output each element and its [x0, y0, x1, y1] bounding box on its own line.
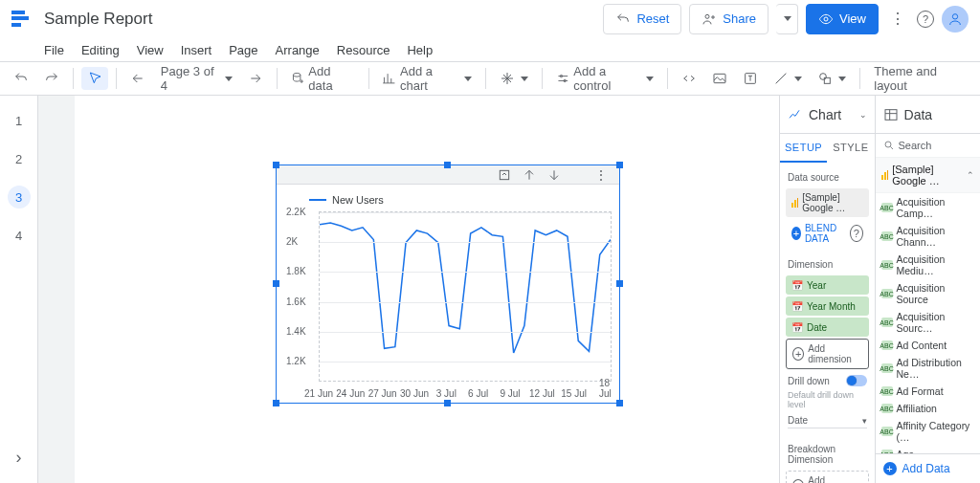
y-tick-label: 1.2K	[286, 356, 306, 366]
field-item[interactable]: ABCAcquisition Chann…	[876, 222, 980, 251]
resize-handle[interactable]	[444, 162, 451, 168]
x-tick-label: 6 Jul	[468, 388, 488, 399]
page-thumb[interactable]: 4	[8, 224, 31, 247]
shape-button[interactable]	[812, 67, 852, 90]
menu-file[interactable]: File	[44, 43, 64, 57]
drill-down-row: Drill down	[780, 371, 875, 390]
add-control-button[interactable]: Add a control	[550, 60, 660, 97]
sparkle-icon	[500, 71, 515, 86]
page-thumb[interactable]: 2	[8, 147, 31, 170]
dimension-pill[interactable]: 📅Year Month	[786, 296, 869, 316]
add-dimension-button[interactable]: +Add dimension	[786, 339, 869, 369]
slider-icon	[556, 71, 570, 86]
field-item[interactable]: ABCAd Format	[876, 383, 980, 400]
text-button[interactable]	[737, 67, 764, 90]
svg-point-15	[885, 142, 891, 147]
data-source-header[interactable]: [Sample] Google … ⌃	[876, 158, 980, 193]
dimension-pill[interactable]: 📅Year	[786, 275, 869, 295]
doc-title[interactable]: Sample Report	[44, 10, 152, 29]
page-thumb[interactable]: 3	[8, 186, 31, 209]
page-thumb[interactable]: 1	[8, 109, 31, 132]
redo-button[interactable]	[38, 67, 65, 90]
field-item[interactable]: ABCAcquisition Mediu…	[876, 251, 980, 279]
y-tick-label: 1.4K	[286, 325, 306, 336]
redo-icon	[44, 71, 59, 86]
chevron-down-icon: ⌄	[859, 110, 867, 120]
menu-page[interactable]: Page	[229, 43, 257, 57]
menu-arrange[interactable]: Arrange	[276, 43, 320, 57]
help-icon[interactable]: ?	[917, 11, 934, 28]
expand-rail-button[interactable]: ›	[16, 448, 22, 468]
menu-view[interactable]: View	[137, 43, 164, 57]
share-button[interactable]: Share	[689, 4, 768, 34]
shapes-icon	[817, 71, 833, 86]
caret-down-icon	[784, 16, 791, 21]
select-tool[interactable]	[81, 67, 108, 90]
drill-up-icon[interactable]	[522, 167, 537, 183]
add-breakdown-button[interactable]: +Add dimension	[786, 471, 869, 483]
field-item[interactable]: ABCAcquisition Source	[876, 279, 980, 308]
analytics-icon	[881, 170, 889, 180]
menu-resource[interactable]: Resource	[337, 43, 390, 57]
reset-button[interactable]: Reset	[603, 4, 681, 34]
chart-type-selector[interactable]: Chart ⌄	[780, 96, 875, 134]
menu-editing[interactable]: Editing	[81, 43, 120, 57]
add-data-button[interactable]: + Add Data	[876, 453, 980, 483]
field-item[interactable]: ABCAd Distribution Ne…	[876, 354, 980, 383]
reset-drill-icon[interactable]	[497, 167, 512, 183]
field-type-badge: ABC	[881, 318, 893, 327]
data-source-pill[interactable]: [Sample] Google …	[786, 188, 869, 217]
field-item[interactable]: ABCAcquisition Camp…	[876, 193, 980, 222]
x-tick-label: 12 Jul	[529, 388, 555, 399]
field-type-badge: ABC	[881, 203, 893, 212]
menu-insert[interactable]: Insert	[181, 43, 212, 57]
share-dropdown[interactable]	[776, 4, 798, 34]
prev-page-button[interactable]	[124, 67, 151, 90]
add-data-button[interactable]: Add data	[285, 60, 361, 97]
blend-data-button[interactable]: + BLEND DATA ?	[786, 219, 869, 248]
account-avatar[interactable]	[942, 6, 969, 33]
tab-style[interactable]: STYLE	[827, 134, 874, 163]
field-item[interactable]: ABCAffinity Category (…	[876, 417, 980, 446]
next-page-button[interactable]	[242, 67, 269, 90]
drill-down-toggle[interactable]	[846, 375, 867, 386]
product-logo	[11, 10, 31, 29]
canvas[interactable]: ⋮ New Users 1.2K1.4K1.6K1.8K2K2.2K21 Jun…	[38, 96, 779, 483]
report-page[interactable]: ⋮ New Users 1.2K1.4K1.6K1.8K2K2.2K21 Jun…	[75, 96, 779, 483]
drill-down-icon[interactable]	[546, 167, 562, 183]
field-item[interactable]: ABCAcquisition Sourc…	[876, 308, 980, 337]
collapse-icon[interactable]: ⌃	[967, 170, 974, 180]
field-item[interactable]: ABCAd Content	[876, 337, 980, 354]
dimension-pill[interactable]: 📅Date	[786, 318, 869, 337]
chart-more-icon[interactable]: ⋮	[590, 164, 612, 187]
undo-button[interactable]	[8, 67, 34, 90]
tab-setup[interactable]: SETUP	[780, 134, 827, 163]
line-icon	[773, 71, 789, 86]
add-chart-button[interactable]: Add a chart	[376, 60, 477, 97]
drill-level-select[interactable]: Date▾	[788, 413, 867, 428]
caret-down-icon	[838, 77, 846, 81]
page-indicator[interactable]: Page 3 of 4	[155, 60, 238, 97]
data-panel-header: Data	[876, 96, 980, 134]
menu-help[interactable]: Help	[407, 43, 433, 57]
resize-handle[interactable]	[273, 162, 279, 168]
more-options-icon[interactable]: ⋮	[886, 6, 909, 32]
svg-rect-12	[794, 200, 796, 208]
line-button[interactable]	[768, 67, 808, 90]
plus-icon: +	[883, 462, 897, 475]
community-viz-button[interactable]	[494, 67, 534, 90]
view-button[interactable]: View	[806, 4, 879, 34]
field-search[interactable]: Search	[876, 134, 980, 158]
theme-layout-button[interactable]: Theme and layout	[868, 60, 972, 97]
chart-setup-panel: Chart ⌄ SETUP STYLE Data source [Sample]…	[780, 96, 876, 483]
field-item[interactable]: ABCAge	[876, 446, 980, 453]
data-panel: Data Search [Sample] Google … ⌃ ABCAcqui…	[876, 96, 980, 483]
table-icon	[883, 107, 899, 122]
field-item[interactable]: ABCAffiliation	[876, 400, 980, 417]
time-series-chart[interactable]: ⋮ New Users 1.2K1.4K1.6K1.8K2K2.2K21 Jun…	[276, 165, 620, 404]
help-icon[interactable]: ?	[850, 225, 862, 242]
url-embed-button[interactable]	[676, 67, 702, 90]
caret-down-icon	[225, 77, 233, 81]
image-button[interactable]	[706, 67, 733, 90]
resize-handle[interactable]	[616, 162, 623, 168]
